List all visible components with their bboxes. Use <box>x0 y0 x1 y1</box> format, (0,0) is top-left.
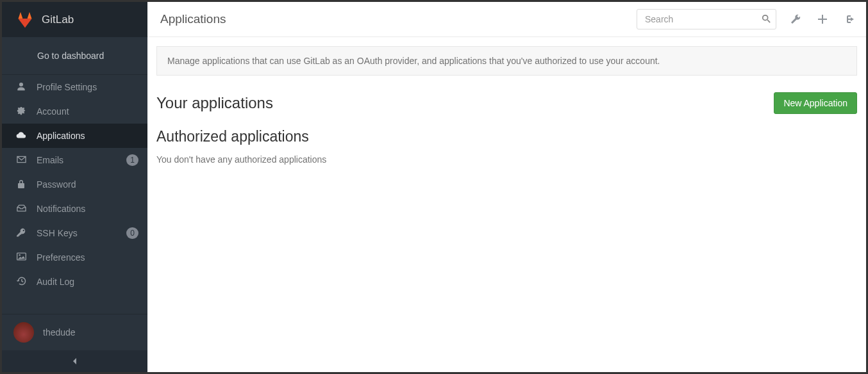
inbox-icon <box>16 204 26 214</box>
new-application-button[interactable]: New Application <box>774 92 857 114</box>
lock-icon <box>16 179 26 190</box>
go-to-dashboard-label: Go to dashboard <box>37 51 104 61</box>
search <box>637 9 776 29</box>
sidebar-item-badge: 1 <box>126 154 138 166</box>
topbar: Applications <box>147 2 866 37</box>
sidebar-item-label: Profile Settings <box>37 82 138 92</box>
sidebar-item-label: Account <box>37 106 138 117</box>
admin-wrench-icon[interactable] <box>788 12 803 27</box>
sidebar-item-label: Preferences <box>37 252 138 263</box>
info-text: Manage applications that can use GitLab … <box>167 56 660 66</box>
gitlab-logo-icon <box>16 11 34 29</box>
sidebar-item-label: Notifications <box>37 204 138 214</box>
sidebar-user[interactable]: thedude <box>2 314 147 350</box>
sidebar-item-profile-settings[interactable]: Profile Settings <box>2 75 147 99</box>
sign-out-icon[interactable] <box>842 12 857 27</box>
sidebar-item-applications[interactable]: Applications <box>2 124 147 148</box>
mail-icon <box>16 155 26 165</box>
sidebar: GitLab Go to dashboard Profile SettingsA… <box>2 2 147 372</box>
svg-point-1 <box>19 254 20 256</box>
user-icon <box>16 82 26 93</box>
sidebar-item-password[interactable]: Password <box>2 172 147 197</box>
brand-name: GitLab <box>42 13 74 26</box>
picture-icon <box>16 252 26 263</box>
page-title: Applications <box>160 12 625 26</box>
cloud-icon <box>16 131 26 142</box>
sidebar-item-label: Applications <box>37 131 138 141</box>
avatar <box>13 322 34 343</box>
your-applications-heading: Your applications <box>156 94 774 112</box>
content: Manage applications that can use GitLab … <box>147 37 866 165</box>
history-icon <box>16 277 26 288</box>
svg-point-2 <box>763 15 768 20</box>
sidebar-item-notifications[interactable]: Notifications <box>2 197 147 221</box>
search-input[interactable] <box>637 9 776 29</box>
sidebar-item-preferences[interactable]: Preferences <box>2 245 147 270</box>
chevron-left-icon <box>72 356 78 366</box>
authorized-applications-heading: Authorized applications <box>156 128 857 145</box>
sidebar-item-badge: 0 <box>126 227 138 239</box>
key-icon <box>16 228 26 239</box>
sidebar-item-label: Password <box>37 179 138 190</box>
sidebar-nav: Profile SettingsAccountApplicationsEmail… <box>2 75 147 314</box>
sidebar-item-audit-log[interactable]: Audit Log <box>2 270 147 294</box>
your-applications-header: Your applications New Application <box>156 92 857 114</box>
sidebar-item-ssh-keys[interactable]: SSH Keys0 <box>2 221 147 245</box>
search-icon <box>762 15 771 25</box>
sidebar-collapse[interactable] <box>2 350 147 372</box>
sidebar-item-emails[interactable]: Emails1 <box>2 148 147 172</box>
sidebar-item-label: SSH Keys <box>37 228 116 238</box>
info-banner: Manage applications that can use GitLab … <box>156 46 857 76</box>
main-pane: Applications Manage applications that ca… <box>147 2 866 372</box>
sidebar-item-account[interactable]: Account <box>2 99 147 124</box>
search-button[interactable] <box>760 13 772 26</box>
sidebar-item-label: Emails <box>37 155 116 165</box>
authorized-empty-text: You don't have any authorized applicatio… <box>156 154 857 165</box>
gear-icon <box>16 106 26 117</box>
go-to-dashboard[interactable]: Go to dashboard <box>2 37 147 75</box>
sidebar-item-label: Audit Log <box>37 277 138 287</box>
username: thedude <box>43 327 76 337</box>
brand[interactable]: GitLab <box>2 2 147 37</box>
new-plus-icon[interactable] <box>815 12 830 27</box>
